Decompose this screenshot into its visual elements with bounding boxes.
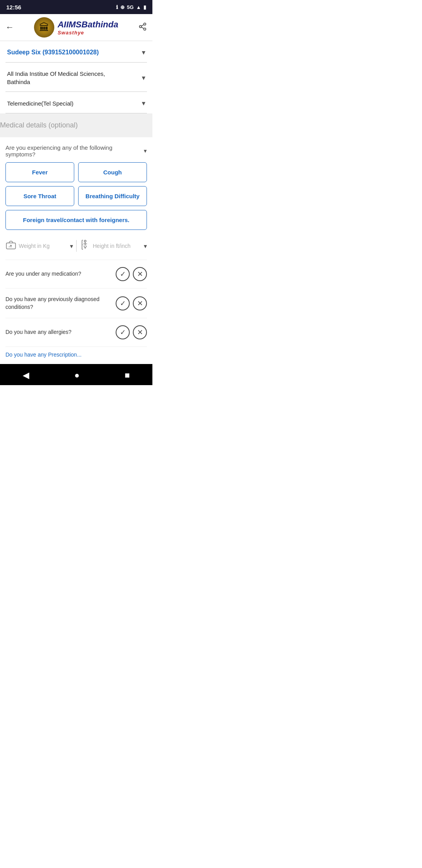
measurement-row: KG Weight in Kg ▾ [5,235,147,260]
conditions-no-button[interactable]: ✕ [133,296,147,310]
height-label: Height in ft/inch [93,243,142,249]
hospital-dropdown[interactable]: All India Institue Of Medical Sciences, … [5,63,147,92]
allergies-yes-button[interactable]: ✓ [116,325,130,339]
back-button[interactable]: ← [5,22,14,32]
patient-dropdown[interactable]: Sudeep Six (939152100001028) ▾ [5,41,147,63]
symptoms-chevron: ▾ [144,147,147,154]
height-chevron: ▾ [144,242,147,250]
nav-home-button[interactable]: ● [68,369,86,382]
app-logo: 🏛 AIIMS Bathinda Swasthye [34,17,118,38]
measurement-divider [76,240,77,252]
symptoms-content: Are you experiencing any of the followin… [0,137,152,360]
medical-section-title: Medical details (optional) [0,121,78,129]
allergies-question: Do you have any allergies? [5,328,112,336]
sore-throat-button[interactable]: Sore Throat [5,186,74,206]
weight-icon: KG [5,239,16,253]
svg-line-12 [84,246,85,248]
hospital-line1: All India Institue Of Medical Sciences, [7,70,142,78]
logo-swasthye: Swasthye [57,30,84,36]
status-bar: 12:56 ℹ ⊕ 5G ▲ ▮ [0,0,152,14]
patient-label: Sudeep Six (939152100001028) [7,49,99,56]
partial-row: Do you have any Prescription... [5,347,147,360]
share-button[interactable] [138,22,147,33]
logo-bathinda: Bathinda [82,20,118,30]
extra-icon: ⊕ [120,4,125,10]
svg-line-13 [85,246,87,248]
allergies-row: Do you have any allergies? ✓ ✕ [5,318,147,347]
symptoms-question-text: Are you experiencing any of the followin… [5,144,142,158]
battery-icon: ▮ [143,4,146,10]
nav-back-button[interactable]: ◀ [16,369,36,382]
weight-chevron: ▾ [70,242,73,250]
department-chevron: ▾ [142,99,145,108]
network-label: 5G [127,4,134,10]
department-dropdown[interactable]: Telemedicine(Tel Special) ▾ [5,92,147,113]
hospital-label-wrap: All India Institue Of Medical Sciences, … [7,70,142,86]
partial-question: Do you have any Prescription... [5,352,82,358]
logo-aiims: AIIMS [57,20,81,30]
svg-line-3 [141,27,144,29]
weight-field[interactable]: KG Weight in Kg ▾ [5,239,73,253]
medical-section: Medical details (optional) [0,113,152,137]
conditions-actions: ✓ ✕ [116,296,147,310]
symptoms-grid: Fever Cough Sore Throat Breathing Diffic… [5,162,147,206]
svg-text:KG: KG [9,246,12,248]
bottom-nav: ◀ ● ■ [0,364,152,385]
foreign-travel-button[interactable]: Foreign travel/contact with foreigners. [5,210,147,230]
status-time: 12:56 [6,4,21,11]
signal-icon: ▲ [136,4,141,10]
hospital-chevron: ▾ [142,74,145,82]
conditions-row: Do you have any previously diagnosed con… [5,289,147,318]
conditions-yes-button[interactable]: ✓ [116,296,130,310]
main-content: Sudeep Six (939152100001028) ▾ All India… [0,41,152,113]
allergies-actions: ✓ ✕ [116,325,147,339]
svg-line-4 [141,24,144,26]
breathing-difficulty-button[interactable]: Breathing Difficulty [78,186,147,206]
allergies-no-button[interactable]: ✕ [133,325,147,339]
weight-label: Weight in Kg [19,243,68,249]
height-field[interactable]: Height in ft/inch ▾ [80,239,147,253]
symptoms-question[interactable]: Are you experiencing any of the followin… [5,137,147,162]
medication-no-button[interactable]: ✕ [133,267,147,281]
svg-point-9 [84,240,86,242]
logo-text: AIIMS Bathinda Swasthye [57,20,118,36]
fever-button[interactable]: Fever [5,162,74,182]
medication-yes-button[interactable]: ✓ [116,267,130,281]
logo-emblem: 🏛 [34,17,54,38]
height-icon [80,239,91,253]
status-icons: ℹ ⊕ 5G ▲ ▮ [116,4,146,10]
department-label: Telemedicine(Tel Special) [7,99,73,108]
nav-recents-button[interactable]: ■ [118,369,136,382]
conditions-question: Do you have any previously diagnosed con… [5,296,112,311]
hospital-line2: Bathinda [7,78,142,86]
cough-button[interactable]: Cough [78,162,147,182]
toolbar: ← 🏛 AIIMS Bathinda Swasthye [0,14,152,41]
medication-question: Are you under any medication? [5,270,112,278]
info-icon: ℹ [116,4,118,10]
patient-chevron: ▾ [142,48,145,57]
medication-row: Are you under any medication? ✓ ✕ [5,260,147,289]
medication-actions: ✓ ✕ [116,267,147,281]
